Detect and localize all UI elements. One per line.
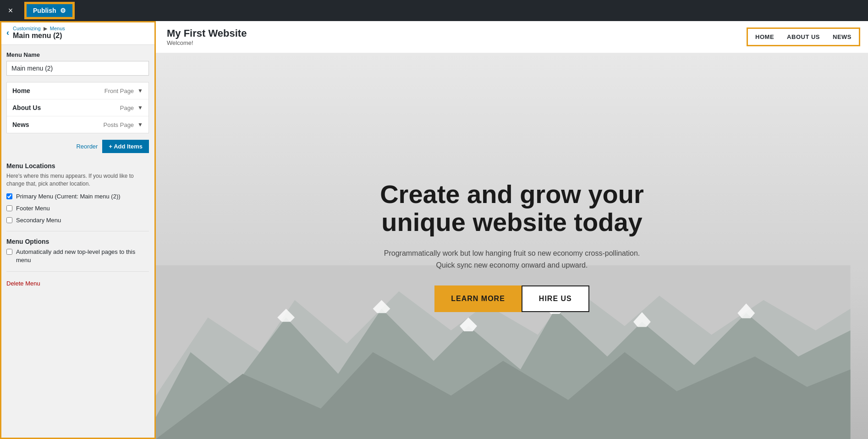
publish-button[interactable]: Publish ⚙ [26,3,73,18]
hero-headline-line2: unique website today [381,208,642,236]
divider-2 [6,271,149,272]
chevron-down-icon: ▼ [137,121,143,128]
breadcrumb-prefix: Customizing [13,26,41,31]
menu-name-input[interactable] [6,61,149,76]
footer-menu-label: Footer Menu [16,204,50,213]
checkbox-primary-menu: Primary Menu (Current: Main menu (2)) [6,192,149,201]
secondary-menu-checkbox[interactable] [6,217,12,223]
preview-topbar: My First Website Welcome! HOME ABOUT US … [156,21,868,53]
site-title: My First Website [167,27,247,39]
checkbox-secondary-menu: Secondary Menu [6,216,149,225]
footer-menu-checkbox[interactable] [6,205,12,211]
site-title-area: My First Website Welcome! [167,27,247,46]
menu-item-home-label: Home [12,87,30,94]
preview-area: My First Website Welcome! HOME ABOUT US … [156,21,868,439]
secondary-menu-label: Secondary Menu [16,216,61,225]
menu-item-home[interactable]: Home Front Page ▼ [7,82,148,99]
menu-options-title: Menu Options [6,238,149,245]
nav-item-news[interactable]: NEWS [833,33,852,40]
breadcrumb: Customizing ▶ Menus [13,26,65,32]
menu-item-news-label: News [12,121,29,128]
hero-subtext: Programmatically work but low hanging fr… [374,247,649,271]
nav-item-home[interactable]: HOME [755,33,774,40]
add-items-button[interactable]: + Add Items [102,140,149,153]
main-layout: ‹ Customizing ▶ Menus Main menu (2) Menu… [0,21,868,439]
menu-item-about-label: About Us [12,104,41,111]
top-bar: × Publish ⚙ [0,0,868,21]
menu-item-about-right: Page ▼ [120,104,143,111]
delete-menu-button[interactable]: Delete Menu [6,280,40,287]
menu-item-home-right: Front Page ▼ [104,88,143,94]
primary-menu-label: Primary Menu (Current: Main menu (2)) [16,192,121,201]
checkbox-footer-menu: Footer Menu [6,204,149,213]
site-tagline: Welcome! [167,39,247,46]
customizer-panel: ‹ Customizing ▶ Menus Main menu (2) Menu… [0,21,156,439]
menu-item-about[interactable]: About Us Page ▼ [7,99,148,116]
breadcrumb-section: Menus [50,26,65,31]
panel-body: Menu Name Home Front Page ▼ About Us Pag… [0,45,155,439]
menu-item-news-right: Posts Page ▼ [104,121,143,128]
auto-add-label: Automatically add new top-level pages to… [16,248,149,264]
close-icon: × [8,6,13,16]
menu-item-news-type: Posts Page [104,121,134,128]
hero-headline-line1: Create and grow your [380,180,644,209]
nav-item-about[interactable]: ABOUT US [787,33,820,40]
hero-headline: Create and grow your unique website toda… [374,180,649,236]
menu-locations-desc: Here's where this menu appears. If you w… [6,172,149,188]
panel-title: Main menu (2) [13,32,65,40]
panel-header-text: Customizing ▶ Menus Main menu (2) [13,26,65,40]
menu-name-label: Menu Name [6,51,149,58]
hero-content: Create and grow your unique website toda… [374,180,649,312]
learn-more-button[interactable]: LEARN MORE [434,285,522,312]
chevron-down-icon: ▼ [137,104,143,111]
gear-icon: ⚙ [60,7,66,14]
menu-item-about-type: Page [120,104,134,111]
publish-label: Publish [33,7,56,14]
menu-locations-title: Menu Locations [6,162,149,170]
chevron-down-icon: ▼ [137,88,143,94]
hire-us-button[interactable]: HIRE US [522,285,589,312]
divider [6,231,149,231]
checkbox-auto-add: Automatically add new top-level pages to… [6,248,149,264]
back-button[interactable]: ‹ [6,28,9,38]
menu-items-list: Home Front Page ▼ About Us Page ▼ News [6,82,149,133]
back-icon: ‹ [6,28,9,37]
hero-buttons: LEARN MORE HIRE US [374,285,649,312]
hero-section: Create and grow your unique website toda… [156,53,868,439]
menu-item-home-type: Front Page [104,88,134,94]
preview-nav: HOME ABOUT US NEWS [750,31,857,43]
close-button[interactable]: × [0,0,21,21]
auto-add-checkbox[interactable] [6,249,12,255]
panel-header: ‹ Customizing ▶ Menus Main menu (2) [0,21,155,45]
menu-item-news[interactable]: News Posts Page ▼ [7,116,148,133]
reorder-button[interactable]: Reorder [76,143,98,150]
menu-actions: Reorder + Add Items [6,140,149,153]
primary-menu-checkbox[interactable] [6,193,12,199]
